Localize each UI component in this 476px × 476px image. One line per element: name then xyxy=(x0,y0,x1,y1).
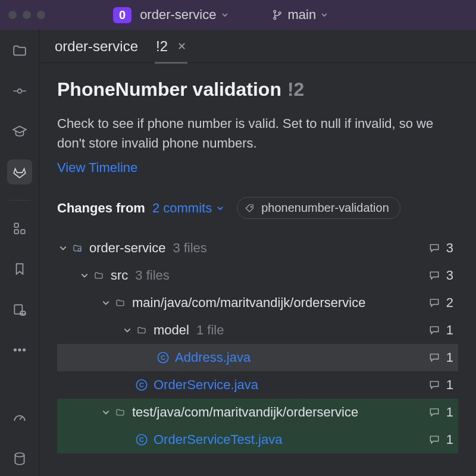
svg-rect-6 xyxy=(21,230,24,234)
project-tool-button[interactable] xyxy=(7,38,32,63)
commit-tool-button[interactable] xyxy=(7,79,32,104)
mr-description: Check to see if phone number is valid. S… xyxy=(57,114,458,153)
module-icon xyxy=(69,243,86,253)
chevron-down-icon xyxy=(79,271,90,280)
folder-icon xyxy=(12,43,27,58)
gitlab-tool-button[interactable] xyxy=(7,159,32,184)
close-tab-icon[interactable]: ✕ xyxy=(177,40,186,53)
gauge-icon xyxy=(12,411,27,426)
chevron-down-icon xyxy=(217,205,224,212)
commits-selector[interactable]: 2 commits xyxy=(152,201,224,216)
chevron-down-icon xyxy=(121,326,133,334)
performance-tool-button[interactable] xyxy=(7,406,32,431)
branch-name-label: main xyxy=(288,7,317,23)
svg-text:C: C xyxy=(161,354,165,361)
tree-file-row[interactable]: CAddress.java1 xyxy=(57,344,458,371)
svg-point-9 xyxy=(14,349,15,350)
comment-count: 2 xyxy=(444,295,453,311)
chevron-down-icon xyxy=(57,244,69,252)
database-tool-button[interactable] xyxy=(7,297,32,322)
tree-folder-row[interactable]: model1 file1 xyxy=(57,317,458,344)
comment-count: 1 xyxy=(444,350,453,365)
comment-icon xyxy=(428,324,440,336)
gitlab-icon xyxy=(12,164,27,180)
tab-order-service[interactable]: order-service xyxy=(54,30,139,63)
tree-file-row[interactable]: COrderService.java1 xyxy=(57,371,458,399)
view-timeline-link[interactable]: View Timeline xyxy=(57,160,137,176)
mr-title: PhoneNumber validation xyxy=(57,79,281,101)
comment-count: 1 xyxy=(444,405,453,420)
structure-tool-button[interactable] xyxy=(7,216,32,241)
class-icon: C xyxy=(133,433,150,446)
folder-icon xyxy=(133,325,150,335)
structure-icon xyxy=(12,221,27,236)
tree-folder-row[interactable]: test/java/com/maritvandijk/orderservice1 xyxy=(57,399,458,426)
database-layers-icon xyxy=(12,302,27,317)
comment-icon xyxy=(428,406,440,418)
comment-icon xyxy=(428,242,440,254)
project-badge: 0 xyxy=(113,7,131,23)
tree-node-name: model xyxy=(154,322,189,338)
comment-icon xyxy=(428,434,440,446)
source-branch-chip[interactable]: phonenumber-validation xyxy=(237,197,400,219)
bookmarks-tool-button[interactable] xyxy=(7,256,32,281)
project-selector[interactable]: 0 order-service xyxy=(109,5,232,26)
tag-icon xyxy=(245,203,255,214)
mr-title-row: PhoneNumber validation !2 xyxy=(57,79,458,101)
comment-icon xyxy=(428,297,440,309)
window-titlebar: 0 order-service main xyxy=(0,0,476,30)
learn-tool-button[interactable] xyxy=(7,119,32,144)
chevron-down-icon xyxy=(100,408,112,416)
branch-selector[interactable]: main xyxy=(268,5,332,25)
bookmark-icon xyxy=(12,261,27,277)
comment-icon xyxy=(428,379,440,391)
tool-window-bar xyxy=(0,30,39,476)
git-branch-icon xyxy=(271,9,283,21)
comment-icon xyxy=(428,270,440,281)
svg-point-13 xyxy=(250,206,252,207)
maximize-window-icon[interactable] xyxy=(37,11,45,19)
chevron-down-icon xyxy=(100,299,112,307)
graduation-cap-icon xyxy=(12,124,27,139)
svg-point-0 xyxy=(274,10,276,12)
svg-point-3 xyxy=(17,89,21,93)
tree-node-name: test/java/com/maritvandijk/orderservice xyxy=(132,405,358,420)
minimize-window-icon[interactable] xyxy=(23,11,31,19)
commits-count-label: 2 commits xyxy=(152,201,212,216)
tab-label: !2 xyxy=(156,38,168,55)
changes-from-row: Changes from 2 commits phonenumber-valid… xyxy=(57,197,458,219)
close-window-icon[interactable] xyxy=(8,11,17,19)
commit-icon xyxy=(12,83,27,99)
tree-node-name: main/java/com/maritvandijk/orderservice xyxy=(132,295,365,311)
window-controls[interactable] xyxy=(8,11,45,19)
tab-mr-2[interactable]: !2 ✕ xyxy=(155,30,187,63)
tree-node-name: OrderServiceTest.java xyxy=(154,432,282,447)
tree-node-name: Address.java xyxy=(175,350,250,365)
comment-count: 1 xyxy=(444,377,453,393)
more-horizontal-icon xyxy=(12,342,27,358)
tree-node-name: src xyxy=(111,268,128,283)
chevron-down-icon xyxy=(221,11,228,18)
tab-label: order-service xyxy=(55,38,138,55)
svg-rect-7 xyxy=(14,305,22,314)
database-icon xyxy=(12,451,27,466)
tree-folder-row[interactable]: main/java/com/maritvandijk/orderservice2 xyxy=(57,289,458,317)
svg-text:C: C xyxy=(139,436,144,443)
tree-file-row[interactable]: COrderServiceTest.java1 xyxy=(57,426,458,453)
svg-point-11 xyxy=(23,349,24,350)
tree-folder-row[interactable]: order-service3 files3 xyxy=(57,234,458,262)
comment-count: 1 xyxy=(444,432,453,447)
svg-rect-5 xyxy=(14,230,18,234)
changed-files-tree: order-service3 files3src3 files3main/jav… xyxy=(57,234,458,453)
folder-icon xyxy=(90,271,107,280)
bottom-tool-button[interactable] xyxy=(7,446,32,471)
tree-node-meta: 1 file xyxy=(196,322,224,338)
tree-folder-row[interactable]: src3 files3 xyxy=(57,262,458,289)
tree-node-name: OrderService.java xyxy=(154,377,258,393)
class-icon: C xyxy=(133,378,150,392)
class-icon: C xyxy=(155,351,171,364)
editor-tabbar: order-service !2 ✕ xyxy=(39,30,476,63)
tree-node-meta: 3 files xyxy=(173,240,206,256)
more-tool-button[interactable] xyxy=(7,337,32,362)
changes-from-label: Changes from xyxy=(57,201,145,216)
